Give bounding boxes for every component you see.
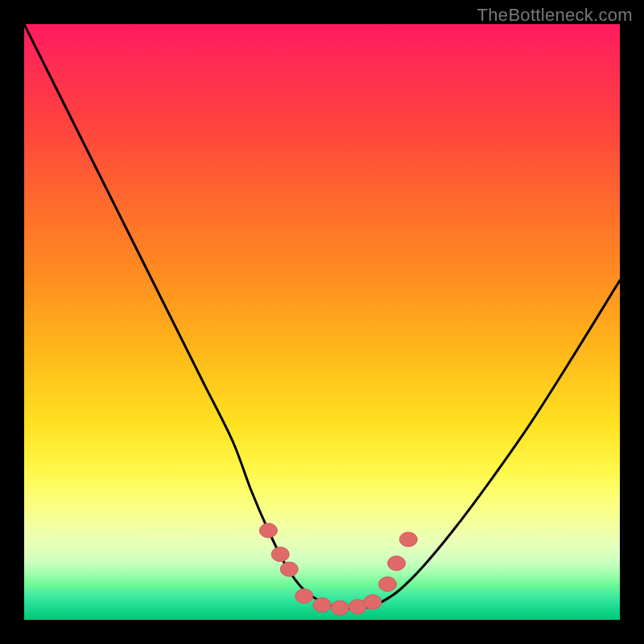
curve-marker [280,562,298,576]
curve-marker [378,577,396,592]
chart-frame: TheBottleneck.com [0,0,644,644]
curve-marker [331,601,349,615]
curve-marker [259,523,277,538]
curve-marker [313,598,331,613]
curve-markers [259,523,417,615]
curve-marker [271,547,289,562]
curve-marker [364,595,382,609]
curve-marker [388,556,406,571]
curve-marker [399,532,417,547]
bottleneck-curve [24,24,620,609]
plot-area [24,24,620,620]
curve-marker [295,588,313,603]
watermark-text: TheBottleneck.com [477,5,633,26]
bottleneck-chart-svg [24,24,620,620]
